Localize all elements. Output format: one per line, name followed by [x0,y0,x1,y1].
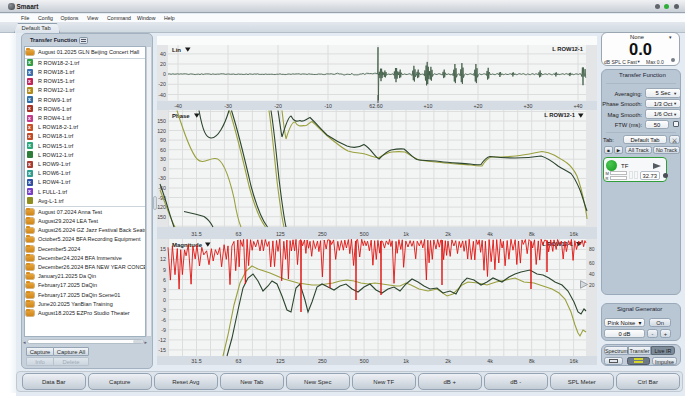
svg-text:40: 40 [160,51,166,57]
svg-text:8k: 8k [529,358,535,364]
svg-text:2k: 2k [445,358,451,364]
svg-text:40: 40 [589,271,595,277]
svg-text:80: 80 [589,246,595,252]
svg-text:-30: -30 [224,103,232,109]
svg-text:Lin: Lin [172,47,181,53]
svg-text:20: 20 [589,282,595,288]
svg-text:0: 0 [163,166,166,172]
svg-text:-40: -40 [158,92,166,98]
svg-text:0: 0 [163,71,166,77]
svg-text:16k: 16k [570,231,579,237]
svg-text:2k: 2k [445,231,451,237]
svg-text:-3: -3 [161,307,166,313]
svg-text:0: 0 [163,297,166,303]
svg-text:4k: 4k [487,358,493,364]
svg-text:-120: -120 [157,204,166,210]
svg-text:250: 250 [318,358,327,364]
svg-text:-40: -40 [174,103,182,109]
svg-text:15: 15 [160,246,166,252]
svg-text:8k: 8k [529,231,535,237]
svg-text:+20: +20 [474,103,483,109]
svg-text:500: 500 [360,231,369,237]
svg-text:-10: -10 [324,103,332,109]
svg-text:90: 90 [160,137,166,143]
svg-text:1k: 1k [403,231,409,237]
svg-text:3: 3 [163,287,166,293]
svg-text:60: 60 [589,260,595,266]
svg-text:+30: +30 [524,103,533,109]
svg-text:20: 20 [160,61,166,67]
svg-text:31.5: 31.5 [191,358,201,364]
svg-text:12: 12 [160,256,166,262]
svg-text:250: 250 [318,231,327,237]
svg-text:-20: -20 [158,81,166,87]
svg-text:60: 60 [160,147,166,153]
svg-text:-6: -6 [161,317,166,323]
svg-text:16k: 16k [570,358,579,364]
svg-text:4k: 4k [487,231,493,237]
svg-text:150: 150 [157,118,166,124]
svg-text:500: 500 [360,358,369,364]
svg-text:-15: -15 [158,347,166,353]
svg-text:63: 63 [235,231,241,237]
svg-text:1k: 1k [403,358,409,364]
svg-text:6: 6 [163,277,166,283]
svg-text:L ROW12-1: L ROW12-1 [552,46,584,52]
svg-text:Magnitude: Magnitude [172,242,203,248]
svg-text:-12: -12 [158,337,166,343]
svg-text:120: 120 [157,128,166,134]
svg-text:30: 30 [160,156,166,162]
svg-text:63: 63 [235,358,241,364]
svg-text:-30: -30 [158,175,166,181]
svg-text:L ROW12-1: L ROW12-1 [544,112,576,118]
svg-text:125: 125 [276,358,285,364]
svg-text:9: 9 [163,267,166,273]
svg-text:-9: -9 [161,327,166,333]
svg-text:62.60: 62.60 [369,103,382,109]
svg-text:Phase: Phase [172,113,190,119]
svg-text:31.5: 31.5 [191,231,201,237]
svg-text:+10: +10 [424,103,433,109]
svg-text:125: 125 [276,231,285,237]
svg-text:-150: -150 [157,214,166,220]
svg-text:-20: -20 [274,103,282,109]
